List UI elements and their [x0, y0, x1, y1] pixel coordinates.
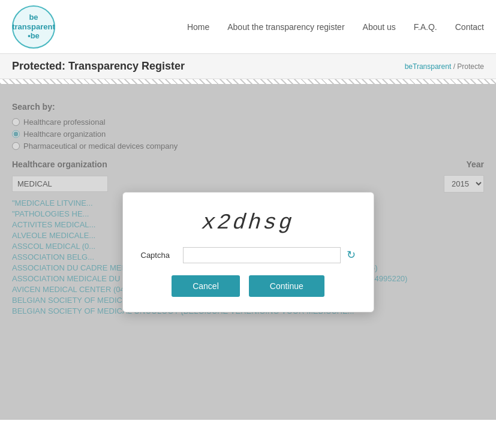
- nav-about-us[interactable]: About us: [363, 22, 396, 32]
- main-content: Search by: Healthcare professional Healt…: [0, 84, 496, 420]
- page-title: Protected: Transparency Register: [12, 60, 185, 73]
- logo-text: be transparent •be: [12, 13, 55, 41]
- section-divider: [0, 79, 496, 84]
- captcha-input[interactable]: [183, 247, 341, 263]
- modal-overlay: x2dhsg Captcha ↻ Cancel Continue: [0, 84, 496, 420]
- nav-contact[interactable]: Contact: [455, 22, 484, 32]
- logo[interactable]: be transparent •be: [12, 5, 55, 49]
- captcha-label: Captcha: [141, 251, 177, 260]
- breadcrumb-current: Protecte: [457, 62, 484, 71]
- main-nav: Home About the transparency register Abo…: [187, 22, 484, 32]
- captcha-display-text: x2dhsg: [201, 211, 295, 235]
- refresh-icon[interactable]: ↻: [347, 248, 356, 261]
- captcha-input-row: Captcha ↻: [141, 247, 356, 263]
- nav-home[interactable]: Home: [187, 22, 209, 32]
- modal-buttons: Cancel Continue: [141, 275, 356, 297]
- continue-button[interactable]: Continue: [249, 275, 324, 297]
- site-header: be transparent •be Home About the transp…: [0, 0, 496, 54]
- breadcrumb-home-link[interactable]: beTransparent: [405, 62, 452, 71]
- captcha-modal: x2dhsg Captcha ↻ Cancel Continue: [122, 192, 374, 312]
- nav-about-register[interactable]: About the transparency register: [227, 22, 344, 32]
- breadcrumb-bar: Protected: Transparency Register beTrans…: [0, 54, 496, 79]
- logo-circle: be transparent •be: [12, 5, 55, 49]
- breadcrumb: beTransparent / Protecte: [405, 62, 484, 71]
- captcha-image-area: x2dhsg: [141, 211, 356, 235]
- nav-faq[interactable]: F.A.Q.: [414, 22, 437, 32]
- cancel-button[interactable]: Cancel: [172, 275, 240, 297]
